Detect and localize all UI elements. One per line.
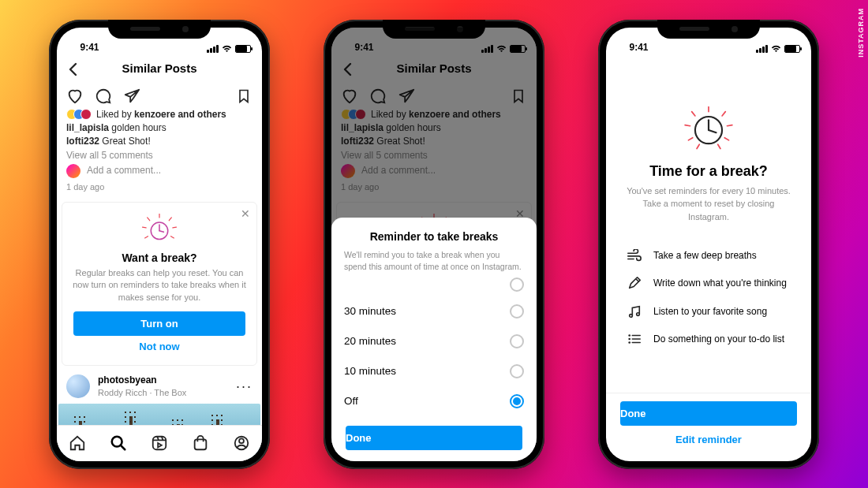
- svg-line-26: [722, 111, 725, 115]
- break-title: Time for a break?: [622, 163, 795, 180]
- liked-avatars: [66, 109, 92, 120]
- avatar: [66, 374, 90, 398]
- signal-icon: [207, 45, 219, 53]
- my-avatar: [66, 164, 80, 178]
- tab-bar: [57, 425, 262, 461]
- svg-line-25: [692, 111, 695, 115]
- svg-line-29: [688, 137, 692, 140]
- turn-on-button[interactable]: Turn on: [73, 311, 245, 336]
- reminder-sheet: Reminder to take breaks We'll remind you…: [331, 218, 537, 460]
- option-off[interactable]: Off: [344, 386, 524, 416]
- card-title: Want a break?: [72, 251, 247, 264]
- suggested-account-row[interactable]: photosbyean Roddy Ricch · The Box ···: [57, 366, 262, 404]
- card-desc: Regular breaks can help you reset. You c…: [72, 267, 247, 304]
- bookmark-icon[interactable]: [235, 88, 253, 105]
- view-all-comments[interactable]: View all 5 comments: [66, 149, 253, 162]
- radio-none[interactable]: [510, 278, 524, 292]
- clock-icon: [72, 214, 247, 247]
- svg-line-27: [685, 125, 690, 125]
- option-30-min[interactable]: 30 minutes: [344, 296, 524, 326]
- svg-line-3: [143, 227, 147, 228]
- tab-home-icon[interactable]: [69, 434, 86, 452]
- status-time: 9:41: [68, 42, 111, 53]
- radio-selected-icon[interactable]: [510, 394, 524, 408]
- comment-icon[interactable]: [95, 88, 112, 105]
- close-icon[interactable]: ✕: [241, 207, 250, 220]
- pencil-icon: [627, 276, 642, 290]
- svg-line-6: [171, 237, 174, 238]
- done-button[interactable]: Done: [620, 401, 797, 426]
- tip-music: Listen to your favorite song: [627, 297, 791, 326]
- tip-todo: Do something on your to-do list: [627, 326, 791, 352]
- page-title: Similar Posts: [122, 61, 196, 75]
- share-icon[interactable]: [123, 88, 140, 105]
- svg-line-28: [727, 125, 731, 125]
- svg-rect-13: [195, 439, 207, 449]
- battery-icon: [235, 45, 251, 53]
- wifi-icon: [771, 45, 781, 53]
- add-comment[interactable]: Add a comment...: [66, 164, 253, 178]
- tab-profile-icon[interactable]: [233, 434, 250, 452]
- svg-line-4: [173, 227, 177, 228]
- more-icon[interactable]: ···: [236, 378, 253, 395]
- not-now-button[interactable]: Not now: [72, 336, 247, 357]
- break-desc: You've set reminders for every 10 minute…: [622, 184, 795, 224]
- svg-line-2: [169, 218, 171, 221]
- wind-icon: [627, 249, 642, 262]
- phone-frame-2: 9:41 Similar Posts Liked by: [324, 20, 544, 469]
- svg-line-30: [724, 137, 728, 140]
- radio-icon[interactable]: [510, 364, 524, 378]
- sheet-title: Reminder to take breaks: [344, 230, 524, 243]
- svg-line-9: [159, 231, 163, 233]
- status-time: 9:41: [617, 42, 660, 53]
- page-header: Similar Posts: [57, 54, 262, 83]
- break-prompt-card: ✕ Want a break? Regular breaks can: [62, 202, 257, 366]
- phone-frame-3: 9:41: [598, 20, 819, 469]
- tab-reels-icon[interactable]: [151, 434, 168, 452]
- svg-point-38: [628, 341, 630, 344]
- battery-icon: [784, 45, 800, 53]
- svg-point-15: [239, 438, 244, 443]
- subtitle: Roddy Ricch · The Box: [98, 387, 228, 399]
- back-icon[interactable]: [65, 61, 82, 78]
- option-20-min[interactable]: 20 minutes: [344, 326, 524, 356]
- option-10-min[interactable]: 10 minutes: [344, 356, 524, 386]
- signal-icon: [756, 45, 768, 53]
- edit-reminder-button[interactable]: Edit reminder: [619, 429, 799, 450]
- svg-line-32: [718, 144, 720, 148]
- tip-write: Write down what you're thinking: [627, 269, 791, 297]
- svg-line-5: [145, 237, 148, 238]
- top-comment: lofti232 Great Shot!: [66, 135, 253, 148]
- svg-point-37: [628, 338, 630, 341]
- svg-line-35: [709, 130, 716, 132]
- tab-shop-icon[interactable]: [192, 434, 209, 452]
- like-icon[interactable]: [66, 88, 84, 105]
- clock-icon: [622, 106, 795, 152]
- music-icon: [627, 304, 642, 319]
- wifi-icon: [222, 45, 232, 53]
- post-timestamp: 1 day ago: [66, 181, 253, 194]
- tab-search-icon[interactable]: [110, 434, 127, 452]
- svg-line-11: [121, 445, 125, 449]
- tip-breathe: Take a few deep breaths: [627, 242, 791, 269]
- radio-icon[interactable]: [510, 334, 524, 348]
- phone-frame-1: 9:41 Similar Posts: [49, 20, 270, 469]
- username: photosbyean: [98, 374, 228, 387]
- liked-by-row[interactable]: Liked by kenzoere and others: [66, 108, 253, 121]
- list-icon: [627, 333, 642, 345]
- svg-rect-12: [153, 437, 166, 450]
- sheet-desc: We'll remind you to take a break when yo…: [344, 249, 524, 272]
- svg-point-36: [628, 334, 630, 337]
- done-button[interactable]: Done: [346, 426, 522, 450]
- caption: lil_lapisla golden hours: [66, 121, 253, 135]
- radio-icon[interactable]: [510, 304, 524, 319]
- svg-line-31: [697, 144, 699, 148]
- svg-line-1: [148, 218, 150, 221]
